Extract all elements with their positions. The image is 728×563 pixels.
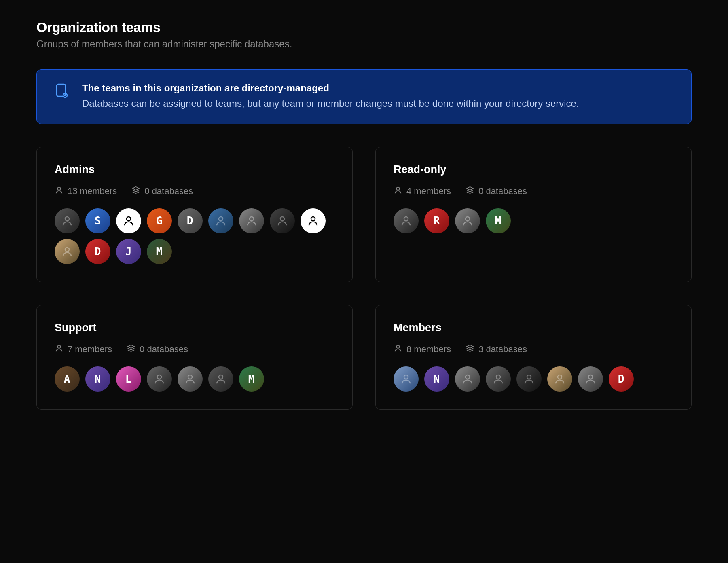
svg-point-12 — [404, 217, 408, 221]
databases-count: 0 databases — [127, 344, 188, 355]
svg-point-7 — [250, 217, 254, 221]
members-count-label: 7 members — [68, 344, 112, 355]
avatar-photo[interactable] — [270, 208, 295, 233]
avatar-letter-m[interactable]: M — [239, 366, 264, 392]
svg-point-6 — [219, 217, 223, 221]
databases-count-label: 0 databases — [478, 186, 527, 197]
avatar-letter-a[interactable]: A — [55, 366, 80, 392]
svg-point-2 — [64, 94, 66, 95]
svg-point-9 — [311, 217, 315, 221]
members-count: 13 members — [55, 186, 117, 197]
svg-point-15 — [157, 375, 161, 379]
avatar-photo[interactable] — [55, 239, 80, 264]
team-card-read-only[interactable]: Read-only 4 members — [375, 147, 692, 282]
svg-point-21 — [496, 375, 500, 379]
avatar-letter-n[interactable]: N — [85, 366, 110, 392]
svg-point-19 — [404, 375, 408, 379]
svg-point-23 — [558, 375, 562, 379]
members-count-label: 8 members — [406, 344, 451, 355]
team-card-members[interactable]: Members 8 members — [375, 305, 692, 410]
svg-point-5 — [127, 217, 131, 221]
svg-point-18 — [396, 345, 399, 348]
team-card-admins[interactable]: Admins 13 members — [36, 147, 353, 282]
person-icon — [394, 186, 402, 197]
avatar-photo[interactable] — [547, 366, 572, 392]
avatar-letter-d[interactable]: D — [609, 366, 634, 392]
avatar-row: R M — [394, 208, 673, 233]
avatar-photo[interactable] — [455, 366, 480, 392]
avatar-photo[interactable] — [455, 208, 480, 233]
svg-point-3 — [57, 187, 60, 190]
avatar-photo[interactable] — [486, 366, 511, 392]
svg-point-20 — [466, 375, 470, 379]
banner-title: The teams in this organization are direc… — [82, 83, 579, 94]
avatar-letter-m[interactable]: M — [147, 239, 172, 264]
team-name: Read-only — [394, 163, 673, 176]
avatar-row: ANL M — [55, 366, 334, 392]
page-subtitle: Groups of members that can administer sp… — [36, 38, 692, 50]
team-card-support[interactable]: Support 7 members — [36, 305, 353, 410]
svg-point-17 — [219, 375, 223, 379]
members-count: 8 members — [394, 344, 451, 355]
avatar-photo[interactable] — [147, 366, 172, 392]
members-count-label: 13 members — [68, 186, 117, 197]
stack-icon — [466, 344, 474, 355]
avatar-photo[interactable] — [394, 366, 419, 392]
databases-count: 3 databases — [466, 344, 527, 355]
stack-icon — [131, 186, 140, 197]
avatar-photo[interactable] — [208, 366, 233, 392]
databases-count-label: 0 databases — [140, 344, 188, 355]
avatar-row: S GD DJM — [55, 208, 334, 264]
avatar-letter-r[interactable]: R — [424, 208, 449, 233]
avatar-photo[interactable] — [516, 366, 542, 392]
members-count: 7 members — [55, 344, 112, 355]
avatar-photo[interactable] — [394, 208, 419, 233]
avatar-letter-d[interactable]: D — [178, 208, 203, 233]
person-icon — [55, 344, 63, 355]
databases-count-label: 3 databases — [478, 344, 527, 355]
avatar-photo[interactable] — [239, 208, 264, 233]
directory-managed-banner: The teams in this organization are direc… — [36, 69, 692, 124]
team-name: Admins — [55, 163, 334, 176]
avatar-letter-m[interactable]: M — [486, 208, 511, 233]
svg-point-13 — [466, 217, 470, 221]
stack-icon — [466, 186, 474, 197]
svg-point-10 — [65, 248, 69, 252]
avatar-letter-n[interactable]: N — [424, 366, 449, 392]
svg-point-16 — [188, 375, 192, 379]
banner-description: Databases can be assigned to teams, but … — [82, 96, 579, 111]
avatar-photo[interactable] — [578, 366, 603, 392]
team-name: Members — [394, 322, 673, 334]
avatar-letter-s[interactable]: S — [85, 208, 110, 233]
svg-point-24 — [588, 375, 593, 379]
person-icon — [55, 186, 63, 197]
avatar-letter-d[interactable]: D — [85, 239, 110, 264]
svg-point-14 — [57, 345, 60, 348]
team-name: Support — [55, 322, 334, 334]
members-count: 4 members — [394, 186, 451, 197]
avatar-generic[interactable] — [116, 208, 141, 233]
avatar-letter-g[interactable]: G — [147, 208, 172, 233]
directory-managed-icon — [53, 83, 71, 100]
avatar-photo[interactable] — [208, 208, 233, 233]
person-icon — [394, 344, 402, 355]
svg-point-22 — [527, 375, 531, 379]
page-title: Organization teams — [36, 19, 692, 35]
svg-point-8 — [280, 217, 284, 221]
avatar-letter-l[interactable]: L — [116, 366, 141, 392]
members-count-label: 4 members — [406, 186, 451, 197]
svg-point-4 — [65, 217, 69, 221]
avatar-photo[interactable] — [178, 366, 203, 392]
stack-icon — [127, 344, 135, 355]
databases-count: 0 databases — [131, 186, 193, 197]
avatar-photo[interactable] — [55, 208, 80, 233]
databases-count-label: 0 databases — [144, 186, 193, 197]
avatar-letter-j[interactable]: J — [116, 239, 141, 264]
avatar-generic[interactable] — [301, 208, 326, 233]
svg-point-11 — [396, 187, 399, 190]
databases-count: 0 databases — [466, 186, 527, 197]
avatar-row: N D — [394, 366, 673, 392]
